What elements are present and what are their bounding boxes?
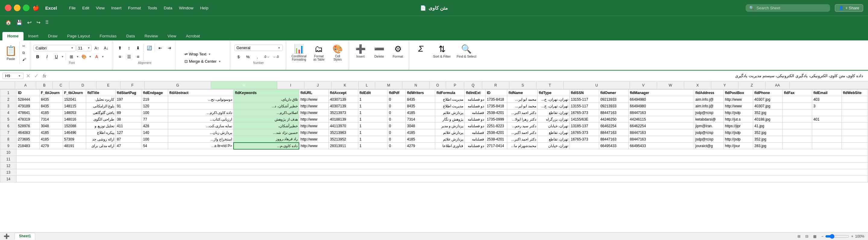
cell-Z2[interactable]: 403 xyxy=(812,96,841,103)
cell-N8[interactable]: پردازش علائم xyxy=(435,136,465,143)
sheet-tab-1[interactable]: Sheet1 xyxy=(14,233,35,240)
cell-N9[interactable]: فناوری اطلاعا xyxy=(435,143,465,149)
menu-edit[interactable]: Edit xyxy=(79,5,92,11)
cut-button[interactable]: ✂ xyxy=(21,43,27,49)
cell-W4[interactable]: http://jsdp xyxy=(724,110,753,116)
cell-S6[interactable]: 13185-137 xyxy=(569,123,599,129)
redo-button[interactable]: ↪ xyxy=(35,19,42,27)
copy-button[interactable]: ⧉ xyxy=(21,50,27,56)
cell-J3[interactable]: 40307139 xyxy=(329,103,358,110)
decrease-decimal-button[interactable]: ←.0 xyxy=(272,53,280,61)
cell-Z6[interactable] xyxy=(812,123,841,129)
cell-N6[interactable]: پردازش و مدیر xyxy=(435,123,465,129)
cell-R9[interactable]: تهران، خیابان xyxy=(537,143,569,149)
cell-C1[interactable]: F_tblJourn xyxy=(63,90,86,96)
align-bottom-button[interactable]: ⬇ xyxy=(134,44,142,52)
cell-styles-button[interactable]: 🎨 Cell Styles xyxy=(329,42,346,63)
cell-AA3[interactable] xyxy=(841,103,868,110)
cell-Y1[interactable]: fldFax xyxy=(783,90,812,96)
tab-data[interactable]: Data xyxy=(121,32,140,40)
cell-F4[interactable]: 100 xyxy=(142,110,168,116)
close-button[interactable] xyxy=(5,4,11,11)
italic-button[interactable]: I xyxy=(43,53,51,61)
cell-X8[interactable]: 352.jpg xyxy=(753,136,783,143)
cell-X7[interactable]: 352.jpg xyxy=(753,129,783,136)
cell-D1[interactable]: fldTitle xyxy=(86,90,116,96)
cell-E8[interactable]: 87 xyxy=(116,136,142,143)
cell-I8[interactable]: http://www xyxy=(299,136,329,143)
zoom-out-button[interactable]: − xyxy=(821,234,824,239)
cell-P8[interactable]: 2538-4201 xyxy=(486,136,507,143)
percent-button[interactable]: % xyxy=(244,53,252,61)
menu-format[interactable]: Format xyxy=(125,5,144,11)
cell-G2[interactable]: دوسوتوانی، تح... xyxy=(168,96,234,103)
font-name-selector[interactable]: Calibri ▼ xyxy=(33,45,76,51)
cell-H4[interactable]: اصلاتی،اکرم... xyxy=(234,110,299,116)
cell-S9[interactable] xyxy=(569,143,599,149)
col-header-G[interactable]: G xyxy=(145,82,211,89)
cell-N4[interactable]: پردازش علائم xyxy=(435,110,465,116)
cell-C9[interactable]: 48191 xyxy=(63,143,86,149)
cell-O4[interactable]: فصلنامه xyxy=(465,110,486,116)
cell-M8[interactable]: 4185 xyxy=(406,136,435,143)
cell-U5[interactable]: 44246115 xyxy=(628,116,694,123)
cell-Q3[interactable]: محمد ابو ایر... xyxy=(507,103,537,110)
format-button[interactable]: ⚙ Format xyxy=(389,42,407,60)
row-number-13[interactable]: 13 xyxy=(0,169,17,176)
cell-T9[interactable]: 66495433 xyxy=(599,143,628,149)
cell-Y8[interactable] xyxy=(783,136,812,143)
col-header-M[interactable]: M xyxy=(375,82,402,89)
cell-W8[interactable]: http://jsdp xyxy=(724,136,753,143)
maximize-button[interactable] xyxy=(23,4,30,11)
menu-help[interactable]: Help xyxy=(197,5,212,11)
cell-W3[interactable]: http://www xyxy=(724,103,753,110)
underline-button[interactable]: U ▼ xyxy=(52,53,64,61)
col-header-K[interactable]: K xyxy=(332,82,359,89)
cell-W6[interactable]: https://jipr xyxy=(724,123,753,129)
cell-B7[interactable]: 4185 xyxy=(39,129,63,136)
zoom-in-button[interactable]: + xyxy=(851,234,853,239)
cell-T8[interactable]: 88447163 xyxy=(599,136,628,143)
cell-S1[interactable]: fldISSN xyxy=(569,90,599,96)
cell-U6[interactable]: 66462254 xyxy=(628,123,694,129)
cell-T5[interactable]: 44246250 xyxy=(599,116,628,123)
cell-G5[interactable]: ارزیابی،کتاب... xyxy=(168,116,234,123)
cell-P6[interactable]: 2251-8223 xyxy=(486,123,507,129)
cell-E2[interactable]: 197 xyxy=(116,96,142,103)
cell-S5[interactable]: 14155/63E xyxy=(569,116,599,123)
fill-color-button[interactable]: 🎨 ▼ xyxy=(80,53,92,61)
cell-T6[interactable]: 66462254 xyxy=(599,123,628,129)
cell-S4[interactable]: 16765-373 xyxy=(569,110,599,116)
cell-P5[interactable]: 1735-0999 xyxy=(486,116,507,123)
cell-X6[interactable]: 41.jpg xyxy=(753,123,783,129)
cell-Y5[interactable] xyxy=(783,116,812,123)
search-box[interactable]: 🔍 xyxy=(746,4,830,12)
cell-AA7[interactable] xyxy=(841,129,868,136)
cell-B9[interactable]: 4279 xyxy=(39,143,63,149)
cell-R1[interactable]: fldType xyxy=(537,90,569,96)
cell-A11[interactable] xyxy=(17,156,868,162)
cell-W1[interactable]: fldPostBox xyxy=(724,90,753,96)
bold-button[interactable]: B xyxy=(33,53,42,61)
cell-U9[interactable]: 66495433 xyxy=(628,143,694,149)
align-right-button[interactable]: ≡ xyxy=(134,53,142,61)
cell-M2[interactable]: 8435 xyxy=(406,96,435,103)
cell-Z3[interactable]: 3 xyxy=(812,103,841,110)
cell-E1[interactable]: fldStartPag xyxy=(116,90,142,96)
cell-L6[interactable]: 0 xyxy=(388,123,406,129)
cell-I3[interactable]: http://www xyxy=(299,103,329,110)
cell-O2[interactable]: دو فصلنامه xyxy=(465,96,486,103)
cell-D2[interactable]: کاربرد تحلیل xyxy=(86,96,116,103)
row-number-9[interactable]: 9 xyxy=(0,143,17,149)
cell-I7[interactable]: http://www xyxy=(299,129,329,136)
menu-tools[interactable]: Tools xyxy=(145,5,160,11)
col-header-P[interactable]: P xyxy=(446,82,464,89)
cell-Y7[interactable] xyxy=(783,129,812,136)
cell-reference-box[interactable]: H9 ▼ xyxy=(2,73,24,79)
cell-Y4[interactable] xyxy=(783,110,812,116)
cell-J7[interactable]: 35213963 xyxy=(329,129,358,136)
cell-N3[interactable]: مدیریت اطلاع xyxy=(435,103,465,110)
cell-M4[interactable]: 4185 xyxy=(406,110,435,116)
cell-S2[interactable]: 13155-117 xyxy=(569,96,599,103)
paste-button[interactable]: 📋 Paste xyxy=(2,41,20,64)
